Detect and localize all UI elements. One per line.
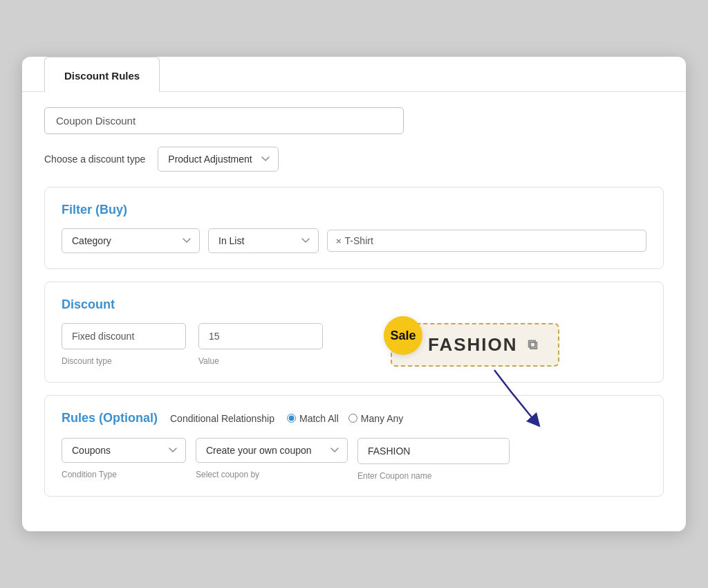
coupon-code: FASHION	[428, 334, 518, 356]
many-any-label: Many Any	[361, 413, 403, 424]
discount-type-select[interactable]: Product Adjustment	[158, 147, 279, 172]
conditional-label: Conditional Relationship	[170, 413, 274, 424]
discount-section: Discount Discount type Value Sale FASHI	[44, 282, 664, 383]
value-label: Value	[198, 356, 323, 366]
discount-title: Discount	[62, 297, 646, 312]
rules-header: Rules (Optional) Conditional Relationshi…	[62, 411, 646, 425]
discount-type-label: Choose a discount type	[44, 154, 145, 165]
select-coupon-by-select[interactable]: Create your own coupon	[196, 438, 348, 463]
coupon-name-input[interactable]	[357, 438, 510, 464]
condition-type-field: Coupons Condition Type	[62, 438, 186, 479]
enter-coupon-label: Enter Coupon name	[357, 471, 510, 481]
discount-type-row: Choose a discount type Product Adjustmen…	[44, 147, 664, 172]
arrow-svg	[474, 370, 557, 425]
value-input[interactable]	[198, 323, 323, 349]
match-all-label: Match All	[299, 413, 339, 424]
tab-bar: Discount Rules	[22, 57, 686, 93]
discount-type-field: Discount type	[62, 323, 186, 366]
main-content: Choose a discount type Product Adjustmen…	[22, 92, 686, 497]
tab-label: Discount Rules	[64, 70, 140, 82]
tag-remove-button[interactable]: ×	[336, 236, 342, 246]
many-any-option[interactable]: Many Any	[348, 413, 403, 424]
discount-type-input[interactable]	[62, 323, 186, 349]
match-all-radio[interactable]	[287, 414, 296, 423]
tab-discount-rules[interactable]: Discount Rules	[44, 57, 160, 93]
rules-fields: Coupons Condition Type Create your own c…	[62, 438, 646, 481]
match-all-option[interactable]: Match All	[287, 413, 339, 424]
condition-type-select[interactable]: Coupons	[62, 438, 186, 463]
filter-title: Filter (Buy)	[62, 203, 646, 217]
value-field: Value	[198, 323, 323, 366]
filter-row: Category In List × T-Shirt	[62, 228, 646, 253]
main-card: Discount Rules Choose a discount type Pr…	[22, 57, 686, 532]
select-coupon-by-field: Create your own coupon Select coupon by	[196, 438, 348, 479]
discount-fields: Discount type Value Sale FASHION ⧉	[62, 323, 646, 367]
operator-select[interactable]: In List	[208, 228, 319, 253]
filter-section: Filter (Buy) Category In List × T-Shirt	[44, 187, 664, 269]
tag-value: T-Shirt	[345, 235, 373, 246]
coupon-tooltip-area: Sale FASHION ⧉	[391, 323, 559, 367]
condition-type-label: Condition Type	[62, 470, 186, 479]
rules-section: Rules (Optional) Conditional Relationshi…	[44, 395, 664, 497]
coupon-name-field: Enter Coupon name	[357, 438, 510, 481]
copy-icon[interactable]: ⧉	[528, 337, 539, 353]
discount-type-field-label: Discount type	[62, 356, 186, 366]
tag-input: × T-Shirt	[327, 230, 646, 252]
coupon-name-input[interactable]	[44, 107, 404, 134]
tag-item: × T-Shirt	[336, 235, 373, 246]
many-any-radio[interactable]	[348, 414, 357, 423]
radio-group: Match All Many Any	[287, 413, 403, 424]
sale-badge: Sale	[384, 316, 422, 355]
select-coupon-by-label: Select coupon by	[196, 470, 348, 479]
category-select[interactable]: Category	[62, 228, 200, 253]
rules-title: Rules (Optional)	[62, 411, 158, 425]
coupon-name-row	[44, 107, 664, 134]
